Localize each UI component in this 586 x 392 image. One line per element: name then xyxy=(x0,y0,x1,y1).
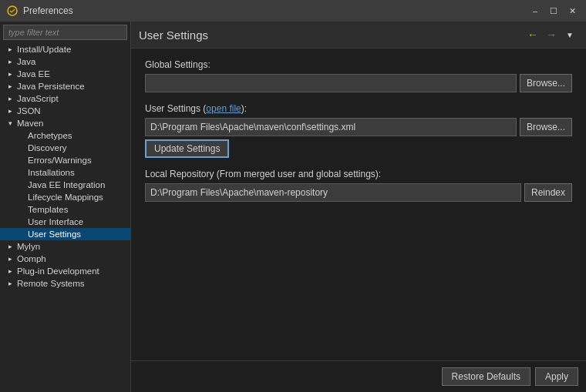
arrow-empty-icon xyxy=(17,193,25,201)
open-file-link[interactable]: open file xyxy=(206,103,241,114)
forward-button[interactable]: → xyxy=(543,26,560,43)
sidebar-item-discovery[interactable]: Discovery xyxy=(0,142,130,154)
sidebar-item-lifecycle-mappings[interactable]: Lifecycle Mappings xyxy=(0,191,130,203)
local-repo-section: Local Repository (From merged user and g… xyxy=(145,169,572,202)
header-nav: ← → ▼ xyxy=(524,26,578,43)
content-header: User Settings ← → ▼ xyxy=(131,22,586,49)
content-body: Global Settings: Browse... User Settings… xyxy=(131,49,586,360)
arrow-closed-icon xyxy=(6,267,14,275)
sidebar: Install/UpdateJavaJava EEJava Persistenc… xyxy=(0,22,131,392)
sidebar-item-label: Templates xyxy=(28,205,68,214)
arrow-closed-icon xyxy=(6,107,14,115)
sidebar-item-javascript[interactable]: JavaScript xyxy=(0,92,130,105)
content-panel: User Settings ← → ▼ Global Settings: Bro… xyxy=(131,22,586,392)
sidebar-item-label: Java EE Integration xyxy=(28,180,105,189)
sidebar-item-label: Errors/Warnings xyxy=(28,156,92,165)
arrow-empty-icon xyxy=(17,230,25,238)
minimize-button[interactable]: – xyxy=(527,3,543,18)
arrow-closed-icon xyxy=(6,58,14,65)
page-title: User Settings xyxy=(139,28,208,42)
sidebar-item-errors-warnings[interactable]: Errors/Warnings xyxy=(0,154,130,166)
sidebar-item-archetypes[interactable]: Archetypes xyxy=(0,129,130,142)
user-settings-section: User Settings (open file): Browse... Upd… xyxy=(145,103,572,158)
sidebar-item-user-settings[interactable]: User Settings xyxy=(0,228,130,240)
close-button[interactable]: ✕ xyxy=(564,3,580,18)
sidebar-item-label: Oomph xyxy=(17,254,46,263)
sidebar-item-label: Maven xyxy=(17,119,44,128)
sidebar-item-remote-systems[interactable]: Remote Systems xyxy=(0,277,130,290)
sidebar-item-java-ee-integration[interactable]: Java EE Integration xyxy=(0,179,130,191)
title-bar: Preferences – ☐ ✕ xyxy=(0,0,586,22)
sidebar-item-label: User Settings xyxy=(28,230,81,239)
arrow-empty-icon xyxy=(17,169,25,176)
sidebar-item-json[interactable]: JSON xyxy=(0,105,130,117)
filter-input[interactable] xyxy=(3,25,127,40)
arrow-empty-icon xyxy=(17,206,25,213)
restore-defaults-button[interactable]: Restore Defaults xyxy=(442,367,530,386)
sidebar-item-java[interactable]: Java xyxy=(0,55,130,68)
sidebar-item-label: Java xyxy=(17,57,35,66)
sidebar-item-label: Lifecycle Mappings xyxy=(28,193,103,202)
tree-container: Install/UpdateJavaJava EEJava Persistenc… xyxy=(0,43,130,290)
sidebar-item-java-ee[interactable]: Java EE xyxy=(0,68,130,80)
sidebar-item-install-update[interactable]: Install/Update xyxy=(0,43,130,55)
sidebar-item-label: Mylyn xyxy=(17,242,40,251)
app-icon xyxy=(6,5,19,17)
arrow-empty-icon xyxy=(17,156,25,164)
nav-dropdown-button[interactable]: ▼ xyxy=(561,26,578,43)
sidebar-item-label: Java EE xyxy=(17,69,50,79)
sidebar-item-templates[interactable]: Templates xyxy=(0,203,130,216)
arrow-open-icon xyxy=(6,119,14,127)
reindex-button[interactable]: Reindex xyxy=(524,183,572,202)
sidebar-item-label: JavaScript xyxy=(17,94,59,103)
window-title: Preferences xyxy=(23,5,73,16)
sidebar-item-label: JSON xyxy=(17,106,41,116)
arrow-closed-icon xyxy=(6,45,14,53)
main-container: Install/UpdateJavaJava EEJava Persistenc… xyxy=(0,22,586,392)
user-settings-label: User Settings (open file): xyxy=(145,103,572,114)
back-button[interactable]: ← xyxy=(524,26,541,43)
global-browse-button[interactable]: Browse... xyxy=(520,74,572,92)
global-settings-input[interactable] xyxy=(145,74,517,92)
arrow-closed-icon xyxy=(6,280,14,287)
apply-button[interactable]: Apply xyxy=(535,367,578,386)
sidebar-item-label: Installations xyxy=(28,168,75,177)
maximize-button[interactable]: ☐ xyxy=(546,3,561,18)
sidebar-item-label: Archetypes xyxy=(28,131,72,140)
global-settings-label: Global Settings: xyxy=(145,59,572,70)
arrow-closed-icon xyxy=(6,95,14,102)
window-controls: – ☐ ✕ xyxy=(527,3,580,18)
sidebar-item-java-persistence[interactable]: Java Persistence xyxy=(0,80,130,92)
arrow-empty-icon xyxy=(17,218,25,226)
svg-point-0 xyxy=(8,6,17,15)
sidebar-item-oomph[interactable]: Oomph xyxy=(0,253,130,265)
user-browse-button[interactable]: Browse... xyxy=(520,118,572,136)
local-repo-label: Local Repository (From merged user and g… xyxy=(145,169,572,179)
sidebar-item-plugin-development[interactable]: Plug-in Development xyxy=(0,265,130,277)
global-settings-row: Browse... xyxy=(145,74,572,92)
update-settings-button[interactable]: Update Settings xyxy=(145,139,229,158)
sidebar-item-label: User Interface xyxy=(28,217,83,226)
sidebar-item-label: Java Persistence xyxy=(17,82,85,91)
arrow-empty-icon xyxy=(17,144,25,152)
user-settings-input[interactable] xyxy=(145,118,517,136)
global-settings-section: Global Settings: Browse... xyxy=(145,59,572,92)
sidebar-item-installations[interactable]: Installations xyxy=(0,166,130,179)
arrow-empty-icon xyxy=(17,132,25,139)
arrow-closed-icon xyxy=(6,255,14,263)
sidebar-item-mylyn[interactable]: Mylyn xyxy=(0,240,130,253)
sidebar-item-label: Install/Update xyxy=(17,45,71,54)
local-repo-input[interactable] xyxy=(145,183,521,202)
arrow-closed-icon xyxy=(6,70,14,78)
sidebar-item-label: Remote Systems xyxy=(17,279,85,288)
sidebar-item-user-interface[interactable]: User Interface xyxy=(0,216,130,228)
sidebar-item-label: Plug-in Development xyxy=(17,266,99,276)
arrow-empty-icon xyxy=(17,181,25,189)
local-repo-row: Reindex xyxy=(145,183,572,202)
arrow-closed-icon xyxy=(6,82,14,90)
content-footer: Restore Defaults Apply xyxy=(131,360,586,392)
sidebar-item-maven[interactable]: Maven xyxy=(0,117,130,129)
arrow-closed-icon xyxy=(6,243,14,250)
user-settings-row: Browse... xyxy=(145,118,572,136)
sidebar-item-label: Discovery xyxy=(28,143,66,152)
